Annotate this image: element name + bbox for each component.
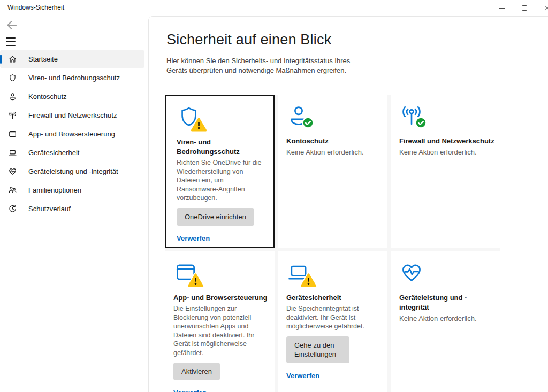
sidebar-item-label: Gerätesicherheit bbox=[28, 149, 79, 157]
heart-pulse-icon bbox=[8, 167, 17, 176]
sidebar-nav: Startseite Viren- und Bedrohungsschutz K… bbox=[0, 50, 144, 218]
verwerfen-link[interactable]: Verwerfen bbox=[177, 234, 210, 242]
family-icon bbox=[8, 186, 17, 195]
verwerfen-link[interactable]: Verwerfen bbox=[173, 389, 207, 392]
tile-title: Firewall und Netzwerkschutz bbox=[399, 136, 492, 146]
history-icon bbox=[8, 204, 17, 213]
laptop-icon bbox=[8, 148, 17, 157]
menu-button[interactable] bbox=[5, 37, 17, 47]
person-ok-icon bbox=[286, 103, 312, 129]
warning-badge-icon bbox=[191, 117, 207, 132]
window-controls bbox=[491, 0, 548, 16]
hamburger-icon bbox=[6, 37, 16, 39]
window-title: Windows-Sicherheit bbox=[7, 4, 64, 11]
sidebar-item-startseite[interactable]: Startseite bbox=[0, 50, 144, 68]
tile-status: Keine Aktion erforderlich. bbox=[399, 148, 492, 156]
tile-geraetesicherheit[interactable]: Gerätesicherheit Die Speicherintegrität … bbox=[278, 251, 387, 392]
sidebar-item-schutzverlauf[interactable]: Schutzverlauf bbox=[0, 199, 144, 218]
sidebar-item-label: Geräteleistung und -integrität bbox=[28, 167, 118, 175]
tile-title: Gerätesicherheit bbox=[286, 293, 379, 303]
titlebar: Windows-Sicherheit bbox=[0, 0, 548, 16]
close-button[interactable] bbox=[536, 0, 548, 16]
content-panel: Sicherheit auf einen Blick Hier können S… bbox=[148, 16, 548, 392]
minimize-icon bbox=[499, 8, 505, 9]
tile-description: Richten Sie OneDrive für die Wiederherst… bbox=[177, 158, 263, 203]
warning-badge-icon bbox=[187, 272, 204, 288]
person-icon bbox=[8, 92, 17, 101]
tile-kontoschutz[interactable]: Kontoschutz Keine Aktion erforderlich. bbox=[278, 95, 387, 248]
page-title: Sicherheit auf einen Blick bbox=[166, 32, 548, 48]
maximize-button[interactable] bbox=[513, 0, 536, 16]
sidebar-item-viren-und-bedrohungsschutz[interactable]: Viren- und Bedrohungsschutz bbox=[0, 68, 144, 87]
back-arrow-icon bbox=[5, 19, 18, 32]
minimize-button[interactable] bbox=[491, 0, 513, 16]
tile-firewall-und-netzwerkschutz[interactable]: Firewall und Netzwerkschutz Keine Aktion… bbox=[391, 95, 500, 248]
network-ok-icon bbox=[399, 103, 425, 129]
sidebar: Startseite Viren- und Bedrohungsschutz K… bbox=[0, 16, 148, 392]
tile-description: Die Speicherintegrität ist deaktiviert. … bbox=[286, 304, 379, 331]
app-window-icon bbox=[8, 129, 17, 139]
tile-title: App- und Browsersteuerung bbox=[173, 293, 267, 303]
browser-warning-icon bbox=[173, 260, 199, 286]
page-subtitle: Hier können Sie den Sicherheits- und Int… bbox=[166, 56, 353, 75]
network-antenna-icon bbox=[8, 111, 17, 120]
heart-pulse-icon bbox=[399, 260, 425, 286]
sidebar-item-label: Firewall und Netzwerkschutz bbox=[28, 111, 117, 119]
sidebar-item-geraeteleistung-und-integritaet[interactable]: Geräteleistung und -integrität bbox=[0, 162, 144, 181]
laptop-warning-icon bbox=[286, 260, 312, 286]
sidebar-item-geraetesicherheit[interactable]: Gerätesicherheit bbox=[0, 143, 144, 162]
tile-title: Viren- und Bedrohungsschutz bbox=[177, 137, 263, 157]
tile-app-und-browsersteuerung[interactable]: App- und Browsersteuerung Die Einstellun… bbox=[165, 251, 275, 392]
sidebar-item-label: Familienoptionen bbox=[28, 186, 81, 194]
home-icon bbox=[8, 55, 17, 64]
sidebar-item-label: Startseite bbox=[28, 55, 58, 63]
sidebar-item-label: Schutzverlauf bbox=[28, 205, 71, 213]
selection-indicator bbox=[0, 55, 2, 64]
warning-badge-icon bbox=[300, 272, 317, 288]
onedrive-einrichten-button[interactable]: OneDrive einrichten bbox=[177, 208, 254, 226]
sidebar-item-label: App- und Browsersteuerung bbox=[28, 130, 115, 138]
tile-title: Geräteleistung und -integrität bbox=[399, 293, 492, 312]
sidebar-item-kontoschutz[interactable]: Kontoschutz bbox=[0, 87, 144, 106]
tile-status: Keine Aktion erforderlich. bbox=[286, 148, 379, 156]
shield-warning-icon bbox=[177, 104, 202, 130]
tile-grid: Viren- und Bedrohungsschutz Richten Sie … bbox=[165, 95, 500, 392]
aktivieren-button[interactable]: Aktivieren bbox=[173, 363, 220, 380]
tile-status: Keine Aktion erforderlich. bbox=[399, 314, 492, 322]
check-badge-icon bbox=[301, 116, 315, 129]
shield-icon bbox=[8, 73, 17, 82]
check-badge-icon bbox=[414, 116, 428, 129]
tile-geraeteleistung-und-integritaet[interactable]: Geräteleistung und -integrität Keine Akt… bbox=[391, 251, 500, 392]
sidebar-item-label: Kontoschutz bbox=[28, 93, 67, 101]
maximize-icon bbox=[522, 5, 527, 11]
sidebar-item-familienoptionen[interactable]: Familienoptionen bbox=[0, 181, 144, 199]
sidebar-item-firewall-und-netzwerkschutz[interactable]: Firewall und Netzwerkschutz bbox=[0, 106, 144, 125]
tile-description: Die Einstellungen zur Blockierung von po… bbox=[173, 304, 267, 357]
gehe-zu-den-einstellungen-button[interactable]: Gehe zu den Einstellungen bbox=[286, 336, 349, 363]
tile-title: Kontoschutz bbox=[286, 136, 379, 146]
tile-viren-und-bedrohungsschutz[interactable]: Viren- und Bedrohungsschutz Richten Sie … bbox=[165, 95, 275, 248]
sidebar-item-label: Viren- und Bedrohungsschutz bbox=[28, 74, 120, 82]
sidebar-item-app-und-browsersteuerung[interactable]: App- und Browsersteuerung bbox=[0, 125, 144, 143]
close-icon bbox=[544, 5, 548, 11]
back-button[interactable] bbox=[5, 19, 18, 32]
verwerfen-link[interactable]: Verwerfen bbox=[286, 372, 319, 380]
